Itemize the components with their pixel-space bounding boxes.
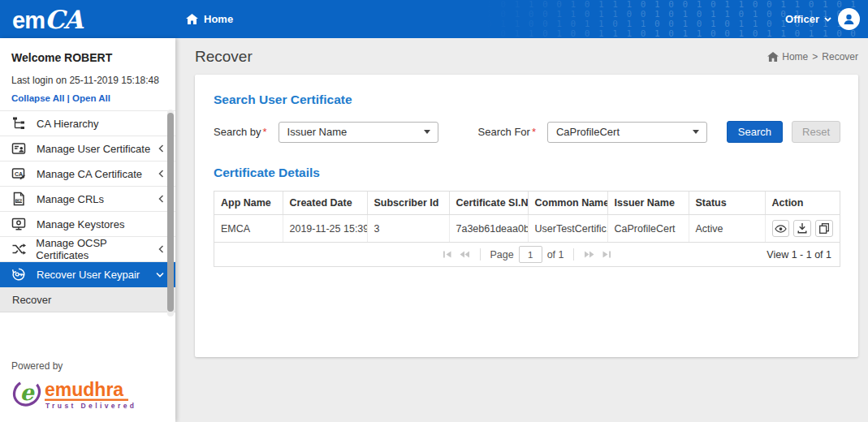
- sidebar-item-manage-keystores[interactable]: Manage Keystores: [0, 212, 175, 237]
- row-actions: [772, 220, 834, 237]
- certificate-table: App Name Created Date Subscriber Id Cert…: [214, 191, 840, 267]
- svg-text:e: e: [19, 380, 35, 405]
- last-page-icon: [602, 251, 611, 258]
- search-for-selected-value: CaProfileCert: [556, 126, 620, 138]
- svg-text:emudhra: emudhra: [45, 379, 123, 400]
- sidebar-item-label: Manage User Certificate: [37, 143, 150, 155]
- first-page-icon: [443, 251, 452, 258]
- page-label: Page: [490, 249, 513, 261]
- col-subscriber-id: Subscriber Id: [367, 192, 449, 215]
- page-number-input[interactable]: [519, 246, 542, 263]
- chevron-left-icon: [158, 245, 164, 253]
- sidebar-item-manage-user-certificate[interactable]: Manage User Certificate: [0, 136, 175, 161]
- page-of-label: of 1: [547, 249, 564, 261]
- chevron-left-icon: [158, 195, 164, 203]
- sidebar-scrollbar-thumb[interactable]: [167, 113, 174, 312]
- avatar[interactable]: [838, 8, 860, 30]
- view-button[interactable]: [772, 220, 790, 237]
- cell-app-name: EMCA: [214, 215, 283, 243]
- search-form-row: Search by* Issuer Name Search For* CaPro…: [214, 121, 840, 143]
- cell-certificate-sl-no: 7a3eb61deaa0b...: [449, 215, 528, 243]
- chevron-left-icon: [158, 170, 164, 178]
- pagination-controls: Page of 1: [442, 246, 611, 263]
- emudhra-logo: e emudhra Trust Delivered: [11, 375, 141, 414]
- pager-divider: [480, 248, 481, 261]
- recover-keypair-icon: [11, 267, 28, 282]
- prev-page-button[interactable]: [458, 251, 471, 258]
- page-header-row: Recover Home > Recover: [195, 38, 858, 75]
- select-caret-icon: [424, 130, 430, 134]
- links-divider: |: [67, 93, 70, 103]
- prev-page-icon: [459, 251, 470, 258]
- brand-logo-text: em: [12, 7, 45, 33]
- sidebar-item-label: CA Hierarchy: [37, 118, 99, 130]
- sidebar-item-label: Manage CRLs: [37, 193, 104, 205]
- powered-by-text: Powered by: [11, 360, 141, 372]
- copy-button[interactable]: [815, 220, 833, 237]
- search-by-selected-value: Issuer Name: [287, 126, 348, 138]
- brand-logo-text-ca: CA: [45, 5, 83, 34]
- search-by-select[interactable]: Issuer Name: [279, 122, 438, 143]
- main-content: Recover Home > Recover Search User Certi…: [175, 38, 868, 422]
- cell-subscriber-id: 3: [367, 215, 449, 243]
- sidebar-item-ca-hierarchy[interactable]: CA Hierarchy: [0, 111, 175, 136]
- table-header-row: App Name Created Date Subscriber Id Cert…: [214, 192, 840, 215]
- pagination-bar: Page of 1 View 1 - 1 of 1: [214, 242, 840, 266]
- search-buttons: Search Reset: [727, 121, 840, 143]
- cell-common-name: UserTestCertific...: [528, 215, 607, 243]
- col-status: Status: [689, 192, 765, 215]
- breadcrumb: Home > Recover: [767, 51, 858, 62]
- open-all-link[interactable]: Open All: [72, 93, 110, 103]
- col-created-date: Created Date: [283, 192, 367, 215]
- sidebar-subitem-recover[interactable]: Recover: [0, 287, 175, 312]
- sidebar-item-recover-user-keypair[interactable]: Recover User Keypair: [0, 262, 175, 287]
- col-common-name: Common Name: [528, 192, 607, 215]
- search-button[interactable]: Search: [727, 121, 783, 143]
- download-icon: [797, 223, 807, 234]
- ca-certificate-icon: CA: [11, 166, 28, 181]
- svg-text:CA: CA: [15, 171, 23, 177]
- download-button[interactable]: [793, 220, 811, 237]
- breadcrumb-current: Recover: [822, 51, 858, 62]
- required-marker: *: [532, 126, 536, 138]
- sidebar-item-label: Manage Keystores: [37, 218, 124, 230]
- sidebar-scrollbar-track[interactable]: [167, 110, 174, 316]
- col-issuer-name: Issuer Name: [607, 192, 689, 215]
- next-page-button[interactable]: [583, 251, 596, 258]
- breadcrumb-separator: >: [812, 51, 818, 62]
- shuffle-icon: [11, 242, 27, 256]
- sidebar-item-manage-ocsp-certificates[interactable]: Manage OCSP Certificates: [0, 237, 175, 262]
- sidebar-item-manage-ca-certificate[interactable]: CA Manage CA Certificate: [0, 161, 175, 187]
- table-row[interactable]: EMCA 2019-11-25 15:39... 3 7a3eb61deaa0b…: [214, 215, 840, 243]
- home-icon: [767, 52, 779, 62]
- last-page-button[interactable]: [601, 251, 612, 258]
- first-page-button[interactable]: [442, 251, 453, 258]
- top-header: emCA Home 1 0 1 1 0 0 1 0 1 1 1 0 1 0 0 …: [0, 0, 868, 38]
- home-icon: [186, 14, 198, 24]
- breadcrumb-home-link[interactable]: Home: [767, 51, 808, 62]
- nav-home[interactable]: Home: [186, 13, 233, 25]
- collapse-all-link[interactable]: Collapse All: [11, 93, 64, 103]
- reset-button[interactable]: Reset: [792, 121, 840, 143]
- nav-home-label: Home: [204, 13, 233, 25]
- view-range-label: View 1 - 1 of 1: [767, 249, 831, 261]
- sidebar-item-manage-crls[interactable]: CRL Manage CRLs: [0, 187, 175, 212]
- copy-icon: [819, 223, 829, 234]
- col-action: Action: [765, 192, 840, 215]
- details-section-heading: Certificate Details: [214, 166, 840, 180]
- search-section-heading: Search User Certificate: [214, 93, 840, 107]
- svg-text:Trust Delivered: Trust Delivered: [45, 402, 136, 410]
- sidebar-header: Welcome ROBERT Last login on 25-11-2019 …: [0, 38, 175, 103]
- user-menu-label: Officer: [785, 13, 819, 25]
- user-certificate-icon: [11, 141, 28, 156]
- user-menu[interactable]: Officer: [785, 8, 868, 30]
- sidebar-links: Collapse All | Open All: [11, 93, 164, 103]
- search-for-select[interactable]: CaProfileCert: [547, 122, 707, 143]
- last-login-text: Last login on 25-11-2019 15:18:48: [11, 75, 164, 86]
- brand-logo[interactable]: emCA: [0, 5, 175, 34]
- sidebar-footer: Powered by e emudhra Trust Delivered: [11, 360, 141, 414]
- sidebar-menu: CA Hierarchy Manage User Certificate CA …: [0, 110, 175, 312]
- search-by-label: Search by*: [214, 126, 267, 138]
- search-for-label: Search For*: [478, 126, 536, 138]
- cell-status: Active: [689, 215, 765, 243]
